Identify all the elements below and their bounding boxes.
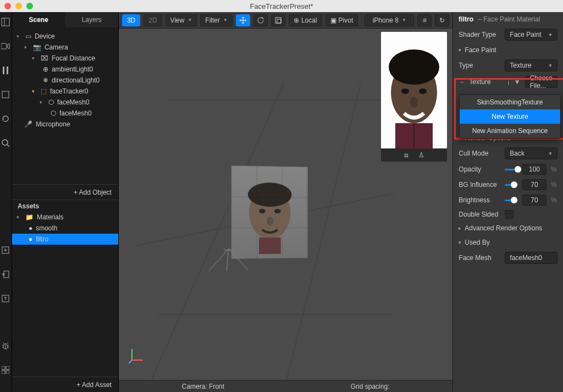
window-titlebar: FaceTrackerPreset* [0, 0, 563, 12]
left-toolbar [0, 12, 12, 392]
bg-label: BG Influence [459, 181, 500, 189]
texture-swatch[interactable] [507, 77, 509, 87]
material-subtitle: – Face Paint Material [478, 15, 540, 23]
assets-heading: Assets [12, 200, 118, 212]
bug-icon[interactable] [0, 340, 11, 351]
scene-tree: ▾▭ Device ▾📷 Camera ▾⌧ Focal Distance ⊕ … [12, 27, 118, 184]
shader-type-select[interactable]: Face Paint▼ [505, 29, 558, 41]
camera-label: Camera: Front [182, 383, 224, 390]
node-facemesh-parent[interactable]: ▾⬡ faceMesh0 [12, 97, 118, 108]
tab-layers[interactable]: Layers [65, 12, 118, 27]
asset-filtro[interactable]: ● filtro [12, 234, 118, 245]
device-dropdown[interactable]: iPhone 8▼ [365, 14, 414, 26]
brightness-slider[interactable] [505, 200, 518, 201]
asset-smooth[interactable]: ● smooth [12, 223, 118, 234]
texture-label: Texture [469, 78, 503, 86]
node-directional[interactable]: ✵ directionalLight0 [12, 75, 118, 86]
node-camera[interactable]: ▾📷 Camera [12, 42, 118, 53]
scene-panel: Scene Layers ▾▭ Device ▾📷 Camera ▾⌧ Foca… [12, 12, 119, 392]
pause-icon[interactable] [0, 65, 11, 76]
facemesh-value[interactable]: faceMesh0 [505, 252, 558, 264]
add-object-button[interactable]: + Add Object [12, 184, 118, 200]
dd-new-texture[interactable]: New Texture [460, 109, 560, 124]
svg-rect-20 [277, 19, 281, 23]
cull-select[interactable]: Back▼ [505, 147, 558, 159]
filter-dropdown[interactable]: Filter▼ [200, 14, 233, 26]
pivot-toggle[interactable]: ▣ Pivot [325, 14, 358, 26]
capture-icon[interactable]: ⧇ [404, 151, 409, 159]
rotate-tool-button[interactable] [253, 14, 268, 26]
svg-rect-17 [2, 371, 5, 374]
video-icon[interactable] [0, 41, 11, 52]
tab-scene[interactable]: Scene [12, 12, 65, 27]
close-window-button[interactable] [4, 3, 11, 9]
axes-gizmo [129, 347, 145, 363]
svg-point-39 [401, 89, 409, 94]
node-ambient[interactable]: ⊕ ambientLight0 [12, 64, 118, 75]
viewport-toolbar: 3D 2D View▼ Filter▼ ⊕ Local ▣ Pivot iPho… [119, 12, 452, 29]
section-facepaint[interactable]: ▾Face Paint [453, 43, 563, 57]
node-facemesh-child[interactable]: ⬡ faceMesh0 [12, 108, 118, 119]
dd-new-animation[interactable]: New Animation Sequence [460, 124, 560, 138]
type-select[interactable]: Texture▼ [505, 59, 558, 71]
svg-point-6 [2, 140, 8, 145]
shader-type-label: Shader Type [459, 31, 500, 38]
play-person-icon[interactable]: ♙ [418, 151, 424, 159]
svg-point-40 [419, 89, 427, 94]
layout-icon[interactable] [0, 16, 11, 27]
move-tool-button[interactable] [236, 14, 250, 26]
dd-skin-smoothing[interactable]: SkinSmoothingTexture [460, 95, 560, 109]
svg-point-41 [410, 97, 418, 108]
face-mesh-plane [208, 165, 318, 277]
device-preview: ⧇ ♙ [381, 32, 447, 162]
upload-icon[interactable] [0, 293, 11, 304]
refresh-icon[interactable] [0, 113, 11, 124]
svg-rect-18 [6, 371, 9, 374]
node-materials[interactable]: ▾📁 Materials [12, 212, 118, 223]
svg-line-35 [129, 360, 132, 363]
node-focal[interactable]: ▾⌧ Focal Distance [12, 53, 118, 64]
bg-value[interactable]: 70 [522, 179, 547, 190]
canvas-3d[interactable]: ⧇ ♙ [119, 29, 452, 380]
view-dropdown[interactable]: View▼ [165, 14, 197, 26]
local-toggle[interactable]: ⊕ Local [289, 14, 322, 26]
doublesided-label: Double Sided [459, 211, 500, 218]
type-label: Type [459, 62, 500, 69]
zoom-window-button[interactable] [26, 3, 33, 9]
opacity-value[interactable]: 100 [522, 164, 547, 175]
svg-point-30 [267, 217, 273, 225]
rotate-preview-icon[interactable]: ↻ [435, 14, 449, 26]
svg-rect-16 [6, 366, 9, 369]
choose-file-button[interactable]: Choose File... [525, 76, 558, 88]
section-advanced[interactable]: ▸Advanced Render Options [453, 221, 563, 235]
opacity-slider[interactable] [505, 169, 518, 170]
bg-slider[interactable] [505, 184, 518, 186]
node-device[interactable]: ▾▭ Device [12, 31, 118, 42]
facemesh-label: Face Mesh [459, 254, 500, 262]
svg-rect-15 [2, 366, 5, 369]
minimize-window-button[interactable] [15, 3, 22, 9]
brightness-value[interactable]: 70 [522, 195, 547, 206]
link-icon[interactable]: → [459, 79, 465, 85]
material-name: filtro [459, 15, 473, 23]
section-usedby[interactable]: ▾Used By [453, 235, 563, 250]
mode-3d-button[interactable]: 3D [122, 14, 140, 26]
node-microphone[interactable]: 🎤 Microphone [12, 119, 118, 130]
svg-rect-4 [7, 67, 8, 74]
mode-2d-button[interactable]: 2D [143, 14, 162, 26]
document-title: FaceTrackerPreset* [250, 2, 313, 10]
search-icon[interactable] [0, 137, 11, 148]
export-icon[interactable] [0, 269, 11, 280]
svg-rect-0 [2, 18, 9, 26]
node-facetracker[interactable]: ▾⬚ faceTracker0 [12, 86, 118, 97]
square-icon[interactable] [0, 89, 11, 100]
grid-icon[interactable] [0, 365, 11, 376]
svg-rect-19 [275, 18, 281, 23]
scale-tool-button[interactable] [271, 14, 285, 26]
list-view-icon[interactable]: ≡ [417, 14, 432, 26]
doublesided-checkbox[interactable] [505, 210, 514, 219]
properties-panel: filtro – Face Paint Material Shader Type… [452, 12, 563, 392]
add-file-icon[interactable] [0, 245, 11, 256]
add-asset-button[interactable]: + Add Asset [12, 377, 118, 392]
viewport: 3D 2D View▼ Filter▼ ⊕ Local ▣ Pivot iPho… [119, 12, 452, 392]
